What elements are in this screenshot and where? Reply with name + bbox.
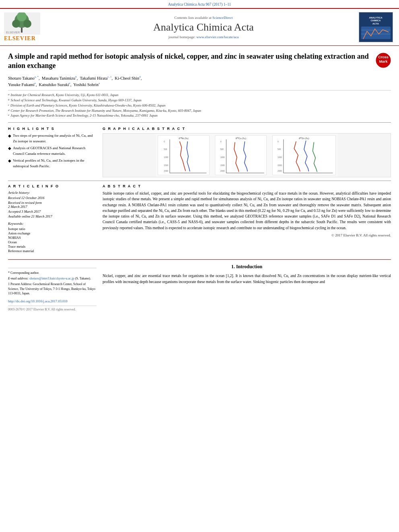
intro-section-title: Introduction [236, 264, 262, 269]
affil-a-text: Institute for Chemical Research, Kyoto U… [11, 92, 119, 98]
page: Analytica Chimica Acta 967 (2017) 1–11 E… [0, 0, 399, 532]
abstract-text: Stable isotope ratios of nickel, copper,… [103, 191, 391, 231]
intro-text: Nickel, copper, and zinc are essential t… [103, 273, 391, 285]
highlight-text-1: Two steps of pre-processing for analysis… [13, 133, 97, 144]
affil-b: b School of Science and Technology, Kwan… [8, 98, 391, 103]
keyword-5: Trace metals [8, 244, 97, 249]
svg-point-3 [12, 20, 20, 28]
history-accepted: Accepted 3 March 2017 [8, 210, 97, 214]
journal-title-area: Contents lists available at ScienceDirec… [52, 16, 355, 39]
svg-rect-11 [361, 27, 391, 39]
svg-text:1000: 1000 [220, 156, 225, 158]
highlight-item-2: ◆ Analysis of GEOTRACES and National Res… [8, 146, 97, 156]
copyright-text: © 2017 Elsevier B.V. All rights reserved… [103, 233, 391, 237]
affil-b-text: School of Science and Technology, Kwanse… [11, 98, 142, 103]
svg-text:500: 500 [278, 148, 281, 150]
article-history: Article history: Received 12 October 201… [8, 191, 97, 218]
svg-point-4 [23, 20, 31, 28]
highlight-text-3: Vertical profiles of Ni, Cu, and Zn isot… [13, 158, 97, 169]
bullet-1: ◆ [8, 133, 11, 139]
svg-text:ANALYTICA: ANALYTICA [369, 16, 383, 19]
doi-area: http://dx.doi.org/10.1016/j.aca.2017.03.… [8, 299, 97, 303]
keywords-section: Keywords: Isotope ratio Anion exchange N… [8, 222, 97, 253]
history-revised: Received in revised form2 March 2017 [8, 201, 97, 209]
intro-cols: * Corresponding author. E-mail address: … [8, 264, 391, 311]
svg-text:δ⁶⁰Ni (‰): δ⁶⁰Ni (‰) [179, 137, 188, 140]
issn-bar: 0003-2670/© 2017 Elsevier B.V. All right… [8, 306, 97, 311]
affil-a: a Institute for Chemical Research, Kyoto… [8, 92, 391, 98]
article-info-abstract-section: A R T I C L E I N F O Article history: R… [8, 181, 391, 253]
keyword-6: Reference material [8, 249, 97, 253]
graphical-abstract-image: δ⁶⁰Ni (‰) 0 500 1000 1500 2000 [103, 133, 391, 177]
svg-text:500: 500 [164, 148, 167, 150]
affil-e-text: Japan Agency for Marine-Earth Science an… [10, 113, 158, 118]
graphical-abstract-section: G R A P H I C A L A B S T R A C T δ⁶⁰Ni … [103, 127, 391, 177]
highlights-list: ◆ Two steps of pre-processing for analys… [8, 133, 97, 169]
journal-header: ELSEVIER ELSEVIER Contents lists availab… [0, 9, 399, 46]
svg-text:CHIMICA: CHIMICA [371, 19, 381, 22]
article-info-section: A R T I C L E I N F O Article history: R… [8, 184, 97, 253]
svg-text:1500: 1500 [164, 164, 168, 166]
svg-text:500: 500 [220, 148, 224, 150]
author-6: Katsuhiko Suzuki [39, 82, 69, 87]
journal-reference-bar: Analytica Chimica Acta 967 (2017) 1–11 [0, 0, 399, 9]
footnotes-area: * Corresponding author. E-mail address: … [8, 268, 97, 296]
journal-cover-area: ANALYTICA CHIMICA ACTA [359, 12, 395, 42]
keyword-4: Ocean [8, 240, 97, 244]
author-5: Yusuke Fukami [8, 82, 35, 87]
history-received: Received 12 October 2016 [8, 196, 97, 200]
highlights-section: H I G H L I G H T S ◆ Two steps of pre-p… [8, 127, 97, 177]
intro-section-number: 1. [231, 264, 235, 269]
footnote-present-address: 1 Present Address: Geochemical Research … [8, 282, 97, 296]
bullet-2: ◆ [8, 145, 11, 151]
journal-cover-image: ANALYTICA CHIMICA ACTA [359, 12, 393, 42]
author-4: Ki-Cheol Shin [115, 76, 139, 80]
affil-d: d Center for Research Promotion, The Res… [8, 108, 391, 113]
article-history-title: Article history: [8, 191, 97, 195]
doi-link[interactable]: http://dx.doi.org/10.1016/j.aca.2017.03.… [8, 299, 68, 303]
intro-right: 1. Introduction Nickel, copper, and zinc… [103, 264, 391, 311]
crossmark-logo[interactable]: Cross Mark [376, 53, 391, 68]
svg-text:ELSEVIER: ELSEVIER [6, 31, 20, 34]
svg-text:δ⁶⁵Cu (‰): δ⁶⁵Cu (‰) [236, 137, 246, 140]
svg-text:2000: 2000 [278, 170, 282, 172]
keyword-1: Isotope ratio [8, 227, 97, 231]
article-content: A simple and rapid method for isotopic a… [0, 46, 399, 315]
footnote-corresponding: * Corresponding author. [8, 271, 97, 275]
history-online: Available online 21 March 2017 [8, 214, 97, 218]
svg-text:Cross: Cross [378, 55, 389, 59]
svg-text:1000: 1000 [164, 156, 168, 158]
elsevier-tree-icon: ELSEVIER [4, 12, 40, 35]
footnote-email-link[interactable]: shotaro@inter3.kuicr.kyoto-u.ac.jp [29, 277, 74, 280]
keyword-2: Anion exchange [8, 231, 97, 235]
highlight-item-1: ◆ Two steps of pre-processing for analys… [8, 133, 97, 144]
svg-text:0: 0 [278, 141, 279, 143]
affil-c-text: Division of Earth and Planetary Sciences… [10, 103, 165, 108]
svg-text:1500: 1500 [278, 164, 282, 166]
journal-title: Analytica Chimica Acta [52, 21, 355, 33]
svg-text:0: 0 [164, 141, 165, 143]
journal-homepage-link[interactable]: www.elsevier.com/locate/aca [196, 35, 239, 39]
svg-text:0: 0 [220, 141, 222, 143]
sciencedirect-text: ScienceDirect [212, 16, 232, 20]
elsevier-logo: ELSEVIER ELSEVIER [4, 12, 48, 42]
svg-rect-27 [215, 136, 267, 175]
journal-ref-text: Analytica Chimica Acta 967 (2017) 1–11 [168, 2, 231, 6]
svg-text:ACTA: ACTA [372, 23, 379, 25]
author-2: Masaharu Tanimizu [42, 76, 75, 80]
highlights-ga-section: H I G H L I G H T S ◆ Two steps of pre-p… [8, 122, 391, 177]
keywords-title: Keywords: [8, 222, 97, 226]
abstract-section: A B S T R A C T Stable isotope ratios of… [103, 184, 391, 253]
highlight-item-3: ◆ Vertical profiles of Ni, Cu, and Zn is… [8, 158, 97, 169]
article-title: A simple and rapid method for isotopic a… [8, 52, 372, 71]
intro-left-empty: * Corresponding author. E-mail address: … [8, 264, 97, 311]
highlights-header: H I G H L I G H T S [8, 127, 97, 131]
svg-rect-18 [158, 136, 210, 175]
sciencedirect-link[interactable]: Contents lists available at ScienceDirec… [52, 16, 355, 20]
svg-text:Mark: Mark [379, 60, 388, 64]
graphical-abstract-header: G R A P H I C A L A B S T R A C T [103, 127, 391, 131]
elsevier-logo-area: ELSEVIER ELSEVIER [4, 12, 48, 42]
svg-text:2000: 2000 [164, 170, 168, 172]
bullet-3: ◆ [8, 158, 11, 164]
article-info-header: A R T I C L E I N F O [8, 184, 97, 188]
